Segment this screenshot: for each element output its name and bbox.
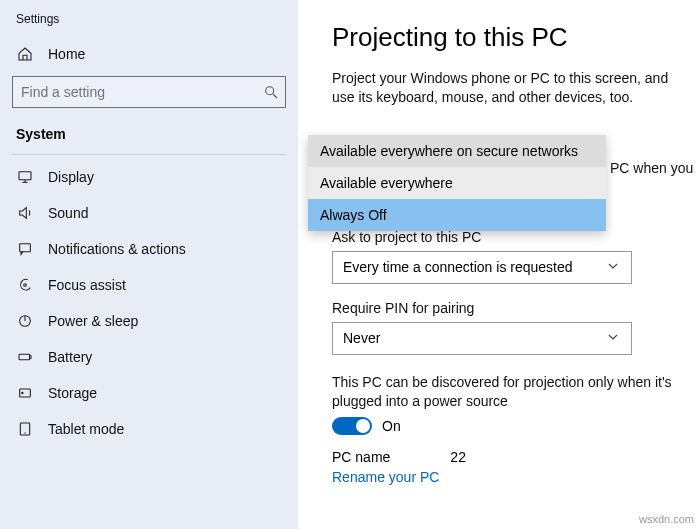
rename-pc-link[interactable]: Rename your PC (332, 469, 439, 485)
page-title: Projecting to this PC (332, 22, 680, 53)
discover-toggle[interactable] (332, 417, 372, 435)
sidebar-item-label: Display (48, 169, 94, 185)
display-icon (16, 169, 34, 185)
home-nav[interactable]: Home (0, 36, 298, 72)
pin-dropdown[interactable]: Never (332, 322, 632, 355)
availability-option-everywhere[interactable]: Available everywhere (308, 167, 606, 199)
home-label: Home (48, 46, 85, 62)
sidebar-item-storage[interactable]: Storage (0, 375, 298, 411)
chevron-down-icon (605, 329, 621, 348)
ask-label: Ask to project to this PC (332, 229, 680, 245)
sidebar-item-label: Power & sleep (48, 313, 138, 329)
availability-dropdown-open[interactable]: Available everywhere on secure networks … (308, 135, 606, 231)
divider (12, 154, 286, 155)
pin-dropdown-value: Never (343, 330, 380, 346)
svg-rect-10 (30, 356, 31, 359)
sidebar-item-label: Notifications & actions (48, 241, 186, 257)
content-pane: Projecting to this PC Project your Windo… (298, 0, 700, 529)
pcname-value: 22 (450, 449, 466, 465)
svg-point-12 (22, 392, 23, 393)
svg-point-0 (266, 87, 274, 95)
sidebar-item-label: Storage (48, 385, 97, 401)
chevron-down-icon (605, 258, 621, 277)
sidebar-item-tablet-mode[interactable]: Tablet mode (0, 411, 298, 447)
svg-point-6 (24, 284, 27, 287)
sidebar-item-focus-assist[interactable]: Focus assist (0, 267, 298, 303)
svg-rect-5 (20, 244, 31, 252)
sidebar-item-label: Tablet mode (48, 421, 124, 437)
discover-text: This PC can be discovered for projection… (332, 373, 680, 411)
battery-icon (16, 349, 34, 365)
section-label: System (0, 116, 298, 150)
sidebar-item-label: Focus assist (48, 277, 126, 293)
search-input[interactable] (13, 77, 257, 107)
sidebar-item-label: Sound (48, 205, 88, 221)
watermark: wsxdn.com (639, 513, 694, 525)
partial-hidden-text: PC when you (610, 160, 693, 176)
pin-label: Require PIN for pairing (332, 300, 680, 316)
home-icon (16, 46, 34, 62)
sidebar-item-power-sleep[interactable]: Power & sleep (0, 303, 298, 339)
page-description: Project your Windows phone or PC to this… (332, 69, 680, 107)
storage-icon (16, 385, 34, 401)
svg-line-1 (273, 94, 277, 98)
ask-dropdown[interactable]: Every time a connection is requested (332, 251, 632, 284)
sidebar-item-display[interactable]: Display (0, 159, 298, 195)
sidebar: Settings Home System Display Sound Notif… (0, 0, 298, 529)
sidebar-item-label: Battery (48, 349, 92, 365)
sidebar-item-battery[interactable]: Battery (0, 339, 298, 375)
svg-rect-9 (19, 354, 30, 359)
tablet-icon (16, 421, 34, 437)
app-title: Settings (0, 8, 298, 36)
notifications-icon (16, 241, 34, 257)
sound-icon (16, 205, 34, 221)
search-icon (257, 84, 285, 100)
sidebar-item-notifications[interactable]: Notifications & actions (0, 231, 298, 267)
toggle-state-label: On (382, 418, 401, 434)
search-input-wrap[interactable] (12, 76, 286, 108)
sidebar-item-sound[interactable]: Sound (0, 195, 298, 231)
availability-option-off[interactable]: Always Off (308, 199, 606, 231)
power-icon (16, 313, 34, 329)
availability-option-secure[interactable]: Available everywhere on secure networks (308, 135, 606, 167)
pcname-label: PC name (332, 449, 390, 465)
focus-assist-icon (16, 277, 34, 293)
ask-dropdown-value: Every time a connection is requested (343, 259, 573, 275)
svg-rect-2 (19, 172, 31, 180)
